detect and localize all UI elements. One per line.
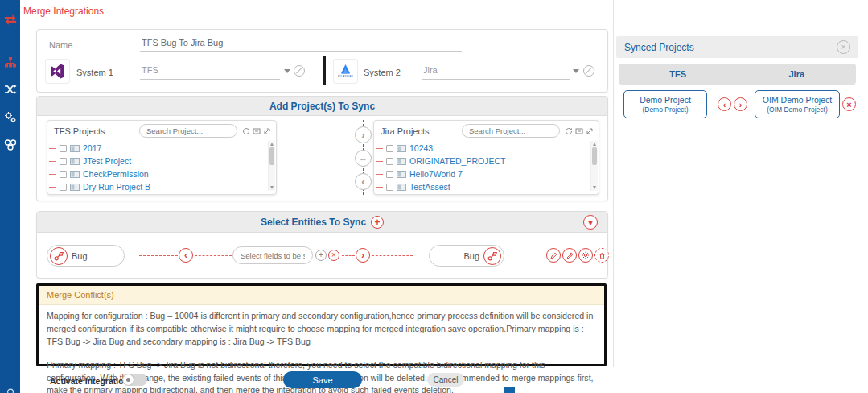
project-name[interactable]: 2017: [83, 143, 101, 153]
system1-edit-disabled-icon: [294, 65, 305, 77]
tree-connector: [376, 174, 383, 175]
flow-right-icon[interactable]: ›: [356, 248, 370, 263]
settings-gears-icon[interactable]: [4, 111, 17, 123]
integrations-sync-icon[interactable]: [2, 13, 18, 27]
project-name[interactable]: JTest Project: [83, 156, 131, 166]
transfer-left-icon[interactable]: ‹: [355, 173, 372, 190]
save-button[interactable]: Save: [283, 371, 362, 388]
cancel-button[interactable]: Cancel: [427, 373, 464, 387]
fields-to-sync-input[interactable]: [232, 246, 313, 264]
advanced-config-wrench-icon[interactable]: [562, 248, 577, 263]
project-name[interactable]: Hello7World 7: [409, 169, 463, 179]
project-checkbox[interactable]: [60, 158, 67, 165]
source-entity-pill[interactable]: Bug: [47, 245, 125, 267]
visual-studio-logo: [45, 59, 70, 84]
flow-left-icon[interactable]: ‹: [179, 248, 193, 263]
system2-dropdown-caret-icon[interactable]: [573, 69, 579, 73]
system2-value[interactable]: Jira: [422, 64, 570, 80]
scroll-up-icon[interactable]: [270, 143, 274, 146]
tfs-projects-box: TFS Projects 2017 JTest Project: [47, 120, 277, 195]
bug-entity-icon: [483, 247, 501, 265]
synced-tfs-project-box[interactable]: Demo Project (Demo Project): [623, 90, 707, 118]
synced-project-name: Demo Project: [640, 95, 691, 105]
project-checkbox[interactable]: [386, 184, 393, 191]
close-panel-icon[interactable]: ×: [837, 40, 850, 54]
refresh-icon[interactable]: [242, 127, 250, 135]
scroll-thumb[interactable]: [269, 147, 274, 165]
project-name[interactable]: CheckPermission: [83, 169, 149, 179]
tree-connector: [49, 148, 56, 149]
synced-jira-project-box[interactable]: OIM Demo Project (OIM Demo Project): [755, 90, 840, 118]
scroll-thumb[interactable]: [592, 147, 597, 165]
system1-dropdown-caret-icon[interactable]: [284, 69, 290, 73]
tfs-project-row[interactable]: 2017: [49, 142, 276, 155]
jira-project-row[interactable]: TestAssest: [376, 180, 599, 192]
tfs-project-row[interactable]: CheckPermission: [49, 168, 276, 180]
tree-connector: [376, 161, 383, 162]
project-checkbox[interactable]: [60, 184, 67, 191]
tfs-project-search-input[interactable]: [139, 124, 237, 138]
transfer-bidirectional-icon[interactable]: ↔: [355, 150, 372, 167]
left-nav-sidebar: [0, 0, 20, 393]
synced-project-subname: (OIM Demo Project): [767, 105, 828, 114]
target-entity-pill[interactable]: Bug: [429, 245, 504, 267]
tfs-project-row[interactable]: Dry Run Project B: [49, 180, 276, 192]
scroll-up-icon[interactable]: [593, 143, 596, 146]
project-checkbox[interactable]: [60, 145, 67, 152]
project-transfer-controls: › ↔ ‹: [355, 120, 372, 195]
bottom-cut-gear-icon[interactable]: [6, 387, 14, 393]
project-checkbox[interactable]: [386, 158, 393, 165]
jira-list-scrollbar[interactable]: [590, 141, 598, 191]
edit-mapping-icon[interactable]: [546, 248, 561, 263]
jira-project-row[interactable]: 10243: [376, 142, 599, 155]
sync-direction-left-icon[interactable]: ‹: [718, 97, 731, 111]
project-checkbox[interactable]: [60, 171, 67, 178]
synced-columns-bar: TFS Jira: [619, 64, 856, 85]
collapse-all-icon[interactable]: [575, 127, 583, 135]
add-field-icon[interactable]: +: [315, 250, 327, 261]
source-entity-label: Bug: [72, 251, 88, 261]
linked-systems-icon[interactable]: [3, 139, 17, 151]
synced-project-subname: (Demo Project): [642, 105, 688, 114]
project-name[interactable]: TestAssest: [409, 182, 450, 192]
expand-icon[interactable]: [586, 127, 594, 135]
atlassian-caption: ATLASSIAN: [338, 75, 353, 78]
project-name[interactable]: ORIGINATED_PROJECT: [409, 156, 505, 166]
jira-projects-box: Jira Projects 10243 ORIGINATED_PROJECT: [373, 120, 599, 195]
mapping-dash-line: [139, 255, 178, 256]
activate-integration-toggle[interactable]: [122, 374, 147, 386]
scroll-down-icon[interactable]: [593, 186, 596, 189]
project-type-icon: [397, 158, 406, 165]
jira-project-search-input[interactable]: [462, 124, 560, 138]
add-projects-panel: Add Project(s) To Sync TFS Projects 2017: [36, 96, 608, 201]
tfs-list-scrollbar[interactable]: [268, 141, 275, 191]
toggle-knob[interactable]: [123, 374, 134, 385]
project-name[interactable]: Dry Run Project B: [83, 182, 150, 192]
remove-synced-pair-icon[interactable]: ×: [842, 97, 856, 111]
system1-label: System 1: [76, 68, 113, 77]
collapse-section-icon[interactable]: ▾: [583, 215, 598, 230]
select-entities-title: Select Entities To Sync: [261, 217, 366, 228]
jira-project-row[interactable]: Hello7World 7: [376, 168, 599, 180]
expand-icon[interactable]: [263, 127, 271, 135]
system1-value[interactable]: TFS: [140, 64, 280, 80]
hierarchy-sitemap-icon[interactable]: [4, 56, 17, 68]
project-checkbox[interactable]: [386, 171, 393, 178]
transfer-right-icon[interactable]: ›: [355, 126, 372, 143]
project-checkbox[interactable]: [386, 145, 393, 152]
integration-name-input[interactable]: [140, 35, 462, 52]
sync-direction-right-icon[interactable]: ›: [734, 97, 747, 111]
refresh-icon[interactable]: [565, 127, 573, 135]
scroll-down-icon[interactable]: [270, 186, 274, 189]
project-name[interactable]: 10243: [409, 143, 433, 153]
clear-fields-icon[interactable]: ×: [328, 250, 339, 261]
shuffle-mappings-icon[interactable]: [4, 84, 17, 95]
tree-connector: [49, 187, 56, 188]
mapping-settings-gear-icon[interactable]: [578, 248, 593, 263]
delete-mapping-icon[interactable]: [594, 248, 609, 263]
collapse-all-icon[interactable]: [253, 127, 261, 135]
add-projects-header: Add Project(s) To Sync: [37, 97, 607, 116]
jira-project-row[interactable]: ORIGINATED_PROJECT: [376, 155, 599, 168]
tfs-project-row[interactable]: JTest Project: [49, 155, 276, 168]
add-entity-mapping-icon[interactable]: +: [371, 216, 384, 229]
